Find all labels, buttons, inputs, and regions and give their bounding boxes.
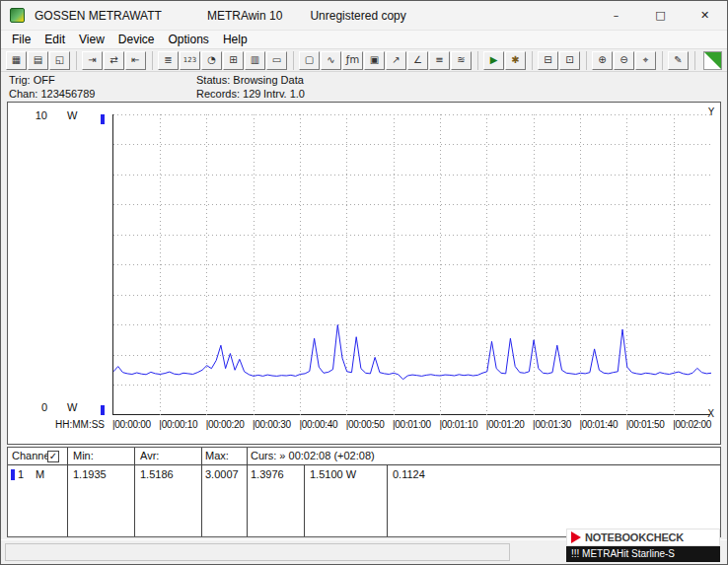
trigger-settings-icon[interactable]: ✱ — [505, 51, 526, 70]
checkmark-icon: ✓ — [49, 451, 57, 461]
column-divider — [67, 448, 68, 536]
cursor-tool-icon: ⌖ — [643, 55, 649, 65]
chart-panel: 10 W 0 W Y X HH:MM:SS |00:00:00|00:00:10… — [7, 102, 721, 445]
channel-status-text: Chan: 123456789 — [9, 88, 95, 100]
xy-chart-icon[interactable]: ∠ — [407, 51, 428, 70]
menu-file[interactable]: File — [5, 33, 37, 46]
status-panel: Trig: OFF Chan: 123456789 Status: Browsi… — [1, 72, 727, 102]
col-header-max: Max: — [205, 450, 229, 461]
numeric-view-icon[interactable]: 123 — [180, 51, 200, 70]
x-ticks-row: |00:00:00|00:00:10|00:00:20|00:00:30|00:… — [8, 419, 720, 433]
memory-view-icon: ▣ — [370, 55, 379, 65]
send-to-device-icon: ⇤ — [131, 55, 139, 65]
zoom-in-icon[interactable]: ⊕ — [592, 51, 613, 70]
save-as-icon[interactable]: ▤ — [28, 51, 48, 70]
maximize-button[interactable]: □ — [638, 1, 683, 30]
cell-max-value: 3.0007 — [205, 468, 239, 480]
monitor-view-icon: ▢ — [305, 55, 314, 65]
notebookcheck-watermark: NOTEBOOKCHECK — [566, 529, 720, 546]
column-divider — [201, 448, 202, 536]
table-header-divider — [8, 464, 720, 465]
zoom-in-icon: ⊕ — [598, 55, 606, 65]
browsing-status-text: Status: Browsing Data — [196, 74, 304, 86]
x-tick-label: |00:00:30 — [253, 419, 291, 430]
window-controls: – □ ✕ — [594, 1, 727, 30]
cell-channel-mode: M — [36, 468, 44, 480]
cell-min-value: 1.1935 — [73, 468, 107, 480]
trigger-settings-icon: ✱ — [511, 55, 519, 65]
menu-device[interactable]: Device — [111, 33, 162, 46]
device-transfer-icon: ⇄ — [109, 55, 117, 65]
cell-cursor-value-b: 1.5100 W — [310, 468, 356, 480]
curve-chart-view-icon[interactable]: ∿ — [321, 51, 341, 70]
interval-text: Intrv. 1.0 — [263, 88, 305, 100]
x-tick-label: |00:01:30 — [533, 419, 571, 430]
toolbar-group: ⊕⊖⌖ — [592, 51, 663, 70]
live-monitor-icon: ≋ — [457, 55, 465, 65]
toolbar-group: ▶✱ — [483, 51, 533, 70]
print-preview-icon[interactable]: ⊡ — [559, 51, 580, 70]
bar-graph-view-icon: ▥ — [251, 55, 259, 65]
save-icon: ▦ — [12, 55, 21, 65]
channel-visible-checkbox[interactable]: ✓ — [47, 451, 59, 462]
column-divider — [387, 464, 388, 536]
bar-graph-view-icon[interactable]: ▥ — [245, 51, 265, 70]
send-to-device-icon[interactable]: ⇤ — [125, 51, 146, 70]
monitor-view-icon[interactable]: ▢ — [299, 51, 320, 70]
open-folder-icon: ◱ — [55, 55, 64, 65]
device-transfer-icon[interactable]: ⇄ — [104, 51, 124, 70]
statusbar-message-field — [5, 543, 510, 561]
analog-meter-view-icon: ◔ — [207, 55, 216, 65]
channels-list-icon[interactable]: ≡ — [429, 51, 450, 70]
start-logging-icon[interactable]: ▶ — [483, 51, 504, 70]
read-from-device-icon[interactable]: ⇥ — [82, 51, 103, 70]
toolbar: ▦▤◱⇥⇄⇤≣123◔⊞▥▭▢∿ƒm▣↗∠≡≋▶✱⊟⊡⊕⊖⌖✎ — [1, 49, 727, 72]
titlebar: GOSSEN METRAWATT METRAwin 10 Unregistere… — [1, 1, 727, 31]
menu-options[interactable]: Options — [162, 33, 216, 46]
print-preview-icon: ⊡ — [565, 55, 573, 65]
open-folder-icon[interactable]: ◱ — [49, 51, 70, 70]
y-axis-unit-bottom: W — [67, 401, 77, 413]
cell-cursor-value-a: 1.3976 — [251, 468, 284, 480]
y-axis-max-label: 10 — [26, 109, 47, 121]
cursor-tool-icon[interactable]: ⌖ — [635, 51, 656, 70]
minimize-button[interactable]: – — [594, 1, 638, 30]
connection-indicator-icon — [703, 51, 722, 70]
chart-plot-area[interactable] — [112, 114, 710, 415]
save-as-icon: ▤ — [34, 55, 42, 65]
annotation-icon[interactable]: ✎ — [668, 51, 689, 70]
fm-display-icon[interactable]: ƒm — [342, 51, 363, 70]
power-trace-line — [113, 325, 711, 380]
zoom-out-icon[interactable]: ⊖ — [614, 51, 634, 70]
col-header-cursor: Curs: » 00:02:08 (+02:08) — [251, 450, 375, 461]
toolbar-group: ⇥⇄⇤ — [82, 51, 153, 70]
memory-view-icon[interactable]: ▣ — [364, 51, 385, 70]
list-view-icon[interactable]: ≣ — [158, 51, 179, 70]
menu-view[interactable]: View — [72, 33, 111, 46]
titlebar-brand: GOSSEN METRAWATT — [35, 9, 162, 23]
device-name-text: !!! METRAHit Starline-S — [571, 546, 675, 562]
print-icon[interactable]: ⊟ — [538, 51, 558, 70]
numeric-view-icon: 123 — [183, 57, 196, 64]
save-icon[interactable]: ▦ — [6, 51, 27, 70]
menubar: FileEditViewDeviceOptionsHelp — [1, 31, 727, 49]
close-button[interactable]: ✕ — [683, 1, 727, 30]
xt-chart-icon[interactable]: ↗ — [386, 51, 406, 70]
live-monitor-icon[interactable]: ≋ — [451, 51, 472, 70]
records-count-text: Records: 129 — [196, 88, 260, 100]
ruler-icon[interactable]: ▭ — [266, 51, 287, 70]
annotation-icon: ✎ — [674, 55, 682, 65]
x-tick-label: |00:01:20 — [486, 419, 525, 430]
y-axis-min-label: 0 — [26, 401, 47, 413]
titlebar-license-text: Unregistered copy — [310, 9, 405, 23]
statusbar: NOTEBOOKCHECK !!! METRAHit Starline-S — [1, 539, 727, 564]
chart-svg — [113, 114, 711, 415]
table-view-icon[interactable]: ⊞ — [223, 51, 244, 70]
notebookcheck-logo-icon — [571, 531, 581, 543]
x-tick-label: |00:00:20 — [206, 419, 245, 430]
menu-edit[interactable]: Edit — [37, 33, 72, 46]
x-tick-label: |00:00:00 — [112, 419, 151, 430]
analog-meter-view-icon[interactable]: ◔ — [201, 51, 222, 70]
zoom-out-icon: ⊖ — [619, 55, 627, 65]
menu-help[interactable]: Help — [216, 33, 255, 46]
